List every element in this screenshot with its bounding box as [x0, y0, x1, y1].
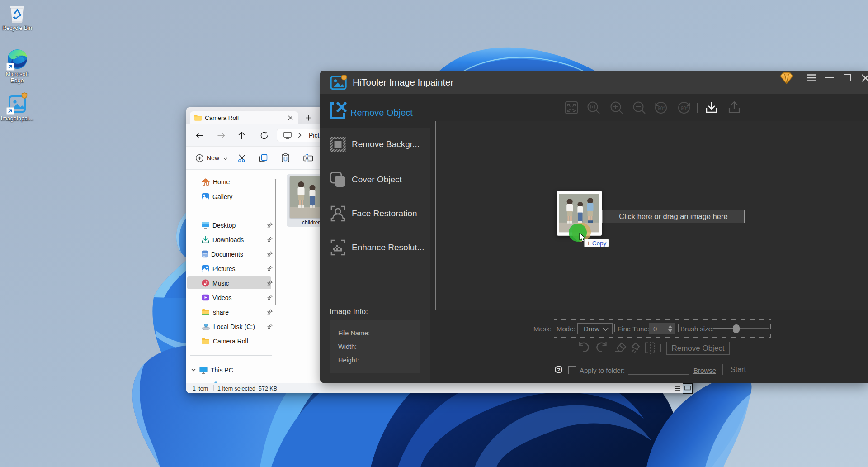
svg-text:90°: 90° [658, 105, 665, 111]
svg-text:90°: 90° [681, 105, 688, 111]
